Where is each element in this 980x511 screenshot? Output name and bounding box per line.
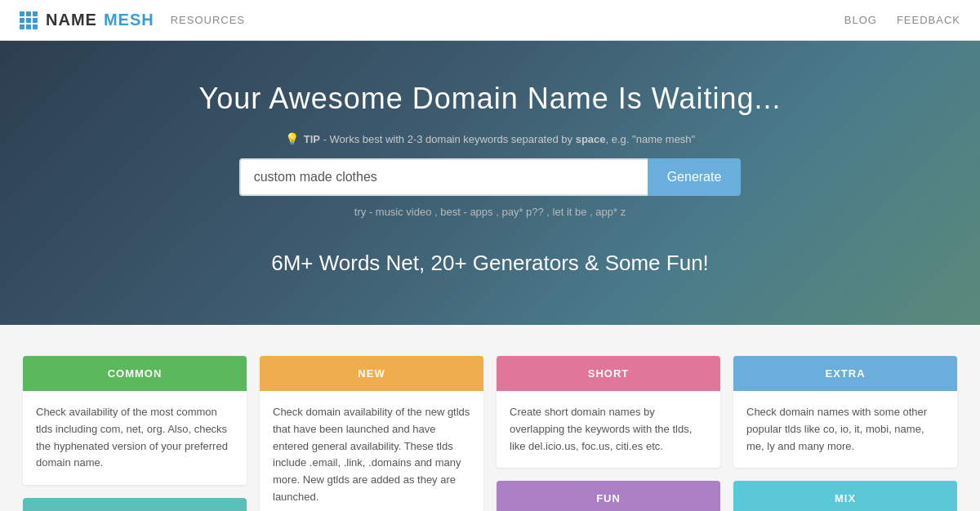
card-short: SHORT Create short domain names by overl… [497, 356, 720, 468]
logo: NAME MESH [20, 11, 154, 29]
tip-example: , e.g. "name mesh" [606, 133, 696, 145]
card-short-header: SHORT [497, 356, 720, 391]
nav-blog[interactable]: BLOG [844, 14, 877, 26]
card-extra: EXTRA Check domain names with some other… [733, 356, 957, 468]
card-new-body: Check domain availability of the new gtl… [260, 391, 483, 511]
try-links: music video , best - apps , pay* p?? , l… [376, 206, 626, 218]
card-common: COMMON Check availability of the most co… [23, 356, 247, 485]
card-new-header: NEW [260, 356, 483, 391]
card-similar: SIMILAR Generate the common alternatives… [23, 498, 247, 511]
header-right: BLOG FEEDBACK [844, 14, 960, 26]
tip-label: TIP [304, 133, 320, 145]
generate-button[interactable]: Generate [648, 158, 742, 196]
cards-section: COMMON Check availability of the most co… [0, 325, 980, 511]
card-extra-header: EXTRA [733, 356, 957, 391]
card-col-3: SHORT Create short domain names by overl… [490, 349, 727, 511]
search-row: Generate [16, 158, 964, 196]
card-new: NEW Check domain availability of the new… [260, 356, 483, 511]
card-mix: MIX Generate domains by mixing in other … [733, 481, 957, 511]
card-col-2: NEW Check domain availability of the new… [253, 349, 490, 511]
logo-name: NAME [46, 11, 97, 29]
card-fun-header: FUN [497, 481, 720, 511]
card-fun: FUN Use various techniques to smartly mo… [497, 481, 720, 511]
card-col-4: EXTRA Check domain names with some other… [727, 349, 964, 511]
card-extra-body: Check domain names with some other popul… [733, 391, 957, 468]
bulb-icon: 💡 [285, 132, 299, 145]
card-common-header: COMMON [23, 356, 247, 391]
nav-feedback[interactable]: FEEDBACK [897, 14, 960, 26]
hero-section: Your Awesome Domain Name Is Waiting... 💡… [0, 41, 980, 325]
try-row: try - music video , best - apps , pay* p… [16, 206, 964, 218]
tip-row: 💡 TIP - Works best with 2-3 domain keywo… [16, 132, 964, 145]
header: NAME MESH RESOURCES BLOG FEEDBACK [0, 0, 980, 41]
card-mix-header: MIX [733, 481, 957, 511]
search-input[interactable] [239, 158, 648, 196]
hero-subheadline: 6M+ Words Net, 20+ Generators & Some Fun… [16, 251, 964, 276]
tip-bold: space [576, 133, 606, 145]
logo-mesh: MESH [104, 11, 154, 29]
hero-headline: Your Awesome Domain Name Is Waiting... [16, 82, 964, 116]
try-prefix: try - [354, 206, 376, 218]
tip-text: - Works best with 2-3 domain keywords se… [320, 133, 576, 145]
tip-content: TIP - Works best with 2-3 domain keyword… [304, 133, 695, 145]
card-col-1: COMMON Check availability of the most co… [16, 349, 253, 511]
card-short-body: Create short domain names by overlapping… [497, 391, 720, 468]
card-similar-header: SIMILAR [23, 498, 247, 511]
nav-resources[interactable]: RESOURCES [171, 14, 245, 26]
logo-grid-icon [20, 11, 38, 29]
card-common-body: Check availability of the most common tl… [23, 391, 247, 485]
header-left: NAME MESH RESOURCES [20, 11, 245, 29]
